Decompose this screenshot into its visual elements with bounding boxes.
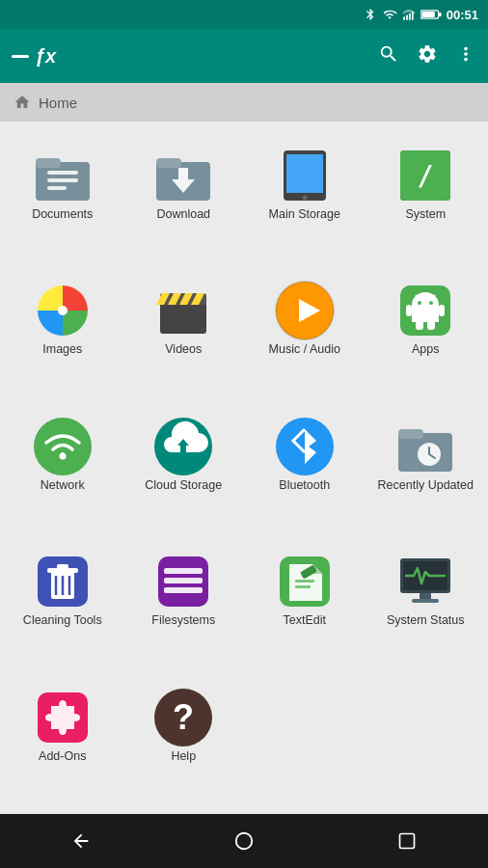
svg-rect-6 [421,12,435,17]
main-storage-icon [274,145,336,206]
grid-item-apps[interactable]: Apps [367,266,485,397]
svg-point-17 [302,196,307,201]
grid-item-download[interactable]: Download [125,131,243,262]
svg-rect-8 [36,158,61,168]
status-bar: 00:51 [0,0,488,29]
svg-rect-74 [412,599,439,603]
grid-item-recently-updated[interactable]: Recently Updated [367,402,485,533]
cloud-storage-icon [152,416,214,477]
svg-rect-63 [164,578,203,583]
grid-item-main-storage[interactable]: Main Storage [246,131,364,262]
svg-point-22 [58,306,68,315]
grid-item-music-audio[interactable]: Music / Audio [246,266,364,397]
home-icon [14,94,31,111]
system-status-icon [394,551,456,612]
svg-rect-35 [406,305,412,316]
toolbar-actions [378,43,476,69]
svg-rect-23 [160,301,206,334]
grid-item-system[interactable]: / System [367,131,485,262]
more-options-button[interactable] [455,43,476,69]
toolbar: ƒx [0,29,488,83]
network-label: Network [41,477,85,493]
images-icon [32,280,94,341]
svg-rect-62 [164,568,203,574]
bottom-nav [0,814,488,868]
svg-rect-2 [409,14,411,20]
add-ons-icon [32,687,94,748]
status-icons: 00:51 [364,8,478,22]
svg-text:/: / [418,160,434,192]
images-label: Images [42,341,82,357]
svg-rect-50 [398,429,423,439]
search-button[interactable] [378,43,399,69]
recently-updated-icon [394,416,456,477]
filesystems-label: Filesystems [151,612,215,628]
add-ons-label: Add-Ons [39,748,86,764]
filesystems-icon [152,551,214,612]
textedit-icon [274,551,336,612]
svg-rect-13 [156,158,181,168]
home-button[interactable] [225,822,263,860]
svg-rect-9 [47,171,78,175]
grid-item-bluetooth[interactable]: Bluetooth [246,402,364,533]
svg-rect-57 [57,564,68,570]
grid-item-filesystems[interactable]: Filesystems [125,537,243,668]
battery-icon [420,9,442,20]
back-button[interactable] [62,822,100,860]
grid-item-documents[interactable]: Documents [4,131,122,262]
svg-rect-79 [399,834,414,849]
grid-item-network[interactable]: Network [4,402,122,533]
breadcrumb-home-label: Home [39,95,77,111]
download-label: Download [156,206,210,222]
svg-rect-16 [286,154,323,193]
grid-item-help[interactable]: ? Help [125,673,243,804]
bluetooth-icon [274,416,336,477]
cleaning-tools-icon [32,551,94,612]
svg-rect-42 [416,320,423,330]
help-icon: ? [152,687,214,748]
grid-item-videos[interactable]: Videos [125,266,243,397]
grid-item-add-ons[interactable]: Add-Ons [4,673,122,804]
svg-point-45 [59,452,66,459]
system-label: System [405,206,446,222]
system-status-label: System Status [387,612,465,628]
svg-rect-69 [295,585,311,588]
wifi-status-icon [382,8,397,21]
svg-rect-64 [164,587,203,593]
svg-rect-41 [412,314,439,322]
system-icon: / [394,145,456,206]
apps-icon [394,280,456,341]
svg-text:?: ? [173,697,194,737]
help-label: Help [171,748,196,764]
cloud-storage-label: Cloud Storage [145,477,222,493]
bluetooth-status-icon [364,8,377,21]
textedit-label: TextEdit [284,612,326,628]
svg-rect-10 [47,178,78,182]
apps-label: Apps [412,341,440,357]
download-icon [152,145,214,206]
svg-rect-1 [406,15,408,20]
grid-item-images[interactable]: Images [4,266,122,397]
network-icon [32,416,94,477]
music-audio-label: Music / Audio [269,341,340,357]
grid-item-cleaning-tools[interactable]: Cleaning Tools [4,537,122,668]
settings-button[interactable] [417,43,438,69]
toolbar-logo: ƒx [12,45,368,68]
grid-container: Documents Download Main Storage / System [0,122,488,814]
svg-point-78 [236,833,253,850]
documents-icon [32,145,94,206]
grid-item-textedit[interactable]: TextEdit [246,537,364,668]
svg-rect-3 [412,12,414,20]
svg-rect-68 [295,580,314,583]
status-time: 00:51 [447,8,478,22]
toolbar-dash-icon [12,55,29,58]
signal-icon [402,8,416,21]
grid-item-system-status[interactable]: System Status [367,537,485,668]
toolbar-fx-text: ƒx [35,45,56,68]
grid-item-cloud-storage[interactable]: Cloud Storage [125,402,243,533]
svg-rect-11 [47,186,67,190]
breadcrumb: Home [0,83,488,122]
main-storage-label: Main Storage [269,206,340,222]
recent-button[interactable] [388,822,426,860]
svg-rect-0 [403,16,405,20]
